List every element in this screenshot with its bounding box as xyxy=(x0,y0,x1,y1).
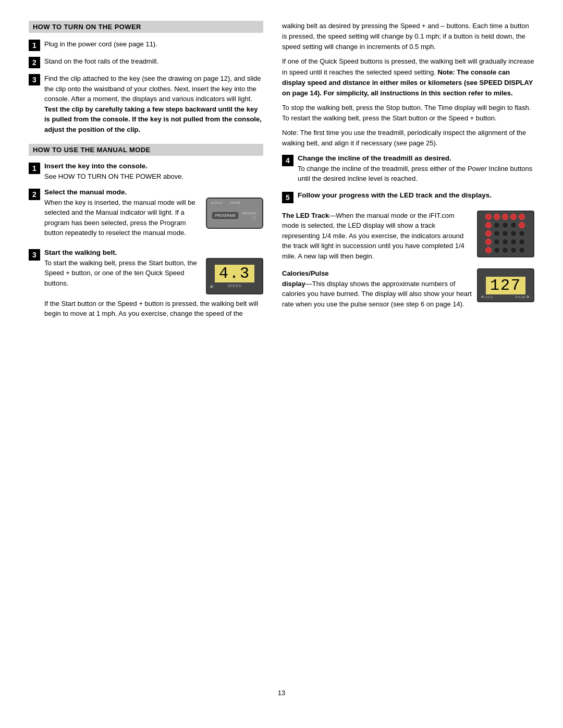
speed-label: SPEED xyxy=(227,284,241,288)
pulse-label: PULSE xyxy=(516,295,530,299)
led-dot xyxy=(510,214,517,220)
section1-header: HOW TO TURN ON THE POWER xyxy=(29,21,263,33)
led-dot xyxy=(519,239,525,245)
led-dot xyxy=(485,222,492,228)
power-step-1: 1 Plug in the power cord (see page 11). xyxy=(29,39,263,51)
right-column: walking belt as desired by pressing the … xyxy=(282,21,534,673)
manual-step3-cont: If the Start button or the Speed + butto… xyxy=(44,299,263,319)
manual-step1-title: Insert the key into the console. xyxy=(44,162,263,170)
step-num-4: 4 xyxy=(282,155,293,166)
manual-step3-body: To start the walking belt, press the Sta… xyxy=(44,258,201,289)
right-para2: If one of the Quick Speed buttons is pre… xyxy=(282,56,534,98)
led-dot xyxy=(502,247,508,253)
manual-step3-figure: To start the walking belt, press the Sta… xyxy=(44,258,263,294)
cals-label-row: CALS. PULSE xyxy=(478,295,533,299)
cals-indicator: ● CALS. xyxy=(211,201,223,204)
pulse-indicator: PULSE xyxy=(230,201,241,204)
led-dot xyxy=(485,214,492,220)
cals-label: CALS. xyxy=(481,295,494,299)
led-dot xyxy=(502,222,508,228)
led-dot xyxy=(494,230,500,237)
right-para1: walking belt as desired by pressing the … xyxy=(282,21,534,149)
led-dot xyxy=(494,214,500,220)
calories-figure: Calories/Pulse display—This display show… xyxy=(282,268,534,309)
led-track-section: The LED Track—When the manual mode or th… xyxy=(282,211,534,262)
right-para4: Note: The first time you use the treadmi… xyxy=(282,128,534,149)
manual-step3-title: Start the walking belt. xyxy=(44,249,263,256)
led-track-image xyxy=(477,211,534,257)
right-step-4: 4 Change the incline of the treadmill as… xyxy=(282,154,534,184)
manual-step-num-3: 3 xyxy=(29,249,40,261)
led-dot xyxy=(502,239,508,245)
led-dot xyxy=(519,222,525,228)
left-column: HOW TO TURN ON THE POWER 1 Plug in the p… xyxy=(29,21,263,673)
console-program-image: ● CALS. PULSE PROGRAM MANUAL xyxy=(206,198,263,229)
led-dot xyxy=(519,247,525,253)
led-sub-title: The LED Track xyxy=(282,212,329,219)
led-dot xyxy=(519,214,525,220)
led-dot xyxy=(510,230,517,237)
step4-body: To change the incline of the treadmill, … xyxy=(298,164,534,184)
power-step1-text: Plug in the power cord (see page 11). xyxy=(44,39,157,50)
manual-step2-body: When the key is inserted, the manual mod… xyxy=(44,198,201,238)
power-step2-text: Stand on the foot rails of the treadmill… xyxy=(44,56,158,67)
manual-step-num-1: 1 xyxy=(29,163,40,174)
program-button: PROGRAM xyxy=(212,212,239,219)
manual-step-num-2: 2 xyxy=(29,189,40,200)
cals-display-image: 127 CALS. PULSE xyxy=(477,268,534,302)
cals-body: display—This display shows the approxima… xyxy=(282,279,472,310)
cals-dot xyxy=(481,295,484,298)
manual-step2-title: Select the manual mode. xyxy=(44,188,263,196)
manual-step-1: 1 Insert the key into the console. See H… xyxy=(29,162,263,182)
led-dot xyxy=(519,230,525,237)
step5-content: Follow your progress with the LED track … xyxy=(298,191,534,201)
section2-header: HOW TO USE THE MANUAL MODE xyxy=(29,144,263,156)
right-para3: To stop the walking belt, press the Stop… xyxy=(282,103,534,124)
calories-text: Calories/Pulse display—This display show… xyxy=(282,268,472,309)
step4-content: Change the incline of the treadmill as d… xyxy=(298,154,534,184)
step-num-3: 3 xyxy=(29,74,40,85)
power-step-3: 3 Find the clip attached to the key (see… xyxy=(29,73,263,134)
led-grid xyxy=(485,214,526,254)
led-track-text: The LED Track—When the manual mode or th… xyxy=(282,211,472,262)
page: HOW TO TURN ON THE POWER 1 Plug in the p… xyxy=(0,0,563,728)
speed-number: 4.3 xyxy=(215,265,254,282)
cals-sub-title: Calories/Pulse xyxy=(282,269,329,277)
step5-title: Follow your progress with the LED track … xyxy=(298,191,534,199)
step-num-2: 2 xyxy=(29,57,40,68)
manual-label: MANUAL xyxy=(242,212,257,215)
led-dot xyxy=(485,247,492,253)
manual-step-3: 3 Start the walking belt. To start the w… xyxy=(29,249,263,319)
step-num-5: 5 xyxy=(282,192,293,203)
power-step3-text: Find the clip attached to the key (see t… xyxy=(44,73,263,134)
power-step-2: 2 Stand on the foot rails of the treadmi… xyxy=(29,56,263,68)
led-dot xyxy=(485,230,492,237)
led-dot xyxy=(510,247,517,253)
led-dot xyxy=(494,239,500,245)
led-dot xyxy=(502,230,508,237)
step4-title: Change the incline of the treadmill as d… xyxy=(298,154,534,162)
cals-number: 127 xyxy=(486,277,525,294)
manual-step-2: 2 Select the manual mode. When the key i… xyxy=(29,188,263,242)
led-dot xyxy=(494,222,500,228)
step-num-1: 1 xyxy=(29,40,40,51)
led-dot xyxy=(510,239,517,245)
right-step-5: 5 Follow your progress with the LED trac… xyxy=(282,191,534,203)
speed-display-image: 4.3 SPEED xyxy=(206,258,263,294)
page-number: 13 xyxy=(29,689,534,697)
led-dot xyxy=(494,247,500,253)
led-dot xyxy=(510,222,517,228)
calories-section: Calories/Pulse display—This display show… xyxy=(282,268,534,309)
manual-step1-body: See HOW TO TURN ON THE POWER above. xyxy=(44,171,263,182)
speed-dot xyxy=(210,285,213,288)
manual-step2-figure: When the key is inserted, the manual mod… xyxy=(44,198,263,238)
led-dot xyxy=(502,214,508,220)
led-dot xyxy=(485,239,492,245)
pulse-dot xyxy=(527,295,529,298)
manual-dot xyxy=(252,216,256,220)
